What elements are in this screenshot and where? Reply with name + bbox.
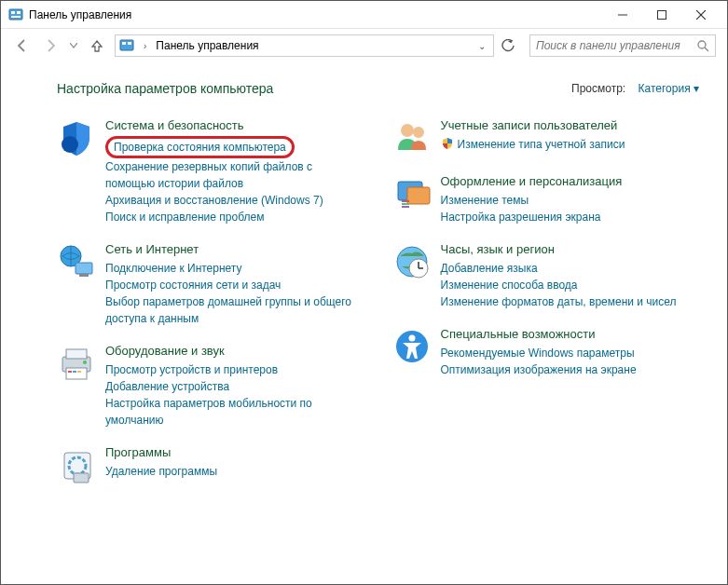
svg-rect-0: [9, 9, 22, 20]
category-link[interactable]: Просмотр устройств и принтеров: [105, 361, 364, 378]
svg-rect-31: [402, 200, 409, 202]
chevron-right-icon[interactable]: ›: [140, 41, 150, 51]
globe-network-icon: [57, 242, 96, 281]
category-ease: Специальные возможности Рекомендуемые Wi…: [392, 327, 700, 378]
control-panel-icon: [119, 38, 134, 53]
content-area: Настройка параметров компьютера Просмотр…: [1, 62, 727, 520]
svg-point-11: [698, 41, 706, 48]
search-input[interactable]: [536, 39, 696, 52]
svg-rect-5: [658, 10, 666, 19]
category-title[interactable]: Специальные возможности: [441, 327, 700, 343]
category-link[interactable]: Проверка состояния компьютера: [114, 139, 286, 156]
category-link[interactable]: Выбор параметров домашней группы и общег…: [105, 293, 364, 327]
svg-rect-8: [120, 40, 133, 50]
svg-rect-16: [79, 274, 89, 277]
category-link[interactable]: Добавление языка: [441, 260, 700, 277]
category-accounts: Учетные записи пользователей Изменение т…: [392, 118, 700, 157]
category-hardware: Оборудование и звук Просмотр устройств и…: [57, 344, 364, 429]
viewby-label: Просмотр:: [571, 82, 625, 95]
svg-rect-22: [73, 371, 76, 373]
svg-rect-15: [76, 263, 92, 274]
window-title: Панель управления: [29, 8, 613, 21]
category-link[interactable]: Оптимизация изображения на экране: [441, 361, 700, 378]
breadcrumb[interactable]: Панель управления: [156, 39, 469, 52]
category-link[interactable]: Настройка разрешения экрана: [441, 209, 700, 225]
category-title[interactable]: Часы, язык и регион: [441, 242, 700, 258]
category-link[interactable]: Изменение типа учетной записи: [441, 136, 700, 153]
svg-rect-19: [66, 368, 87, 379]
page-title: Настройка параметров компьютера: [57, 81, 273, 96]
svg-rect-2: [17, 11, 21, 14]
control-panel-window: Панель управления: [0, 0, 728, 585]
svg-rect-1: [11, 11, 15, 14]
address-bar[interactable]: › Панель управления ⌄: [115, 34, 494, 57]
refresh-button[interactable]: [501, 39, 522, 52]
viewby: Просмотр: Категория ▾: [571, 82, 699, 95]
chevron-down-icon: ▾: [694, 82, 699, 95]
forward-button[interactable]: [40, 35, 61, 56]
titlebar: Панель управления: [1, 1, 727, 29]
svg-rect-21: [68, 371, 72, 373]
shield-icon: [57, 118, 96, 157]
up-button[interactable]: [87, 35, 107, 56]
svg-point-27: [401, 124, 414, 137]
svg-rect-30: [407, 187, 430, 204]
category-title[interactable]: Оформление и персонализация: [441, 174, 700, 190]
svg-rect-10: [128, 42, 131, 45]
category-title[interactable]: Программы: [105, 445, 364, 461]
programs-icon: [57, 445, 96, 484]
svg-point-28: [413, 127, 424, 138]
svg-point-13: [62, 136, 78, 153]
category-appearance: Оформление и персонализация Изменение те…: [392, 174, 700, 225]
svg-point-20: [83, 361, 87, 364]
minimize-button[interactable]: [613, 6, 632, 24]
svg-rect-3: [11, 16, 21, 18]
category-link[interactable]: Изменение форматов даты, времени и чисел: [441, 293, 700, 310]
svg-rect-33: [402, 206, 409, 208]
viewby-dropdown[interactable]: Категория ▾: [639, 82, 699, 95]
control-panel-icon: [8, 7, 23, 22]
category-link[interactable]: Изменение способа ввода: [441, 277, 700, 293]
users-icon: [392, 118, 432, 157]
category-link[interactable]: Подключение к Интернету: [105, 260, 364, 277]
close-button[interactable]: [692, 6, 710, 24]
svg-rect-18: [66, 349, 87, 359]
category-system: Система и безопасность Проверка состояни…: [57, 118, 364, 225]
category-link[interactable]: Рекомендуемые Windows параметры: [441, 345, 700, 361]
highlight-border: Проверка состояния компьютера: [105, 136, 295, 158]
search-box[interactable]: [529, 34, 716, 57]
maximize-button[interactable]: [652, 6, 671, 24]
search-icon[interactable]: [696, 39, 709, 52]
category-network: Сеть и Интернет Подключение к Интернету …: [57, 242, 364, 327]
category-link[interactable]: Поиск и исправление проблем: [105, 209, 364, 225]
category-clock: Часы, язык и регион Добавление языка Изм…: [392, 242, 700, 310]
svg-rect-23: [77, 371, 81, 373]
category-link[interactable]: Настройка параметров мобильности по умол…: [105, 395, 364, 429]
clock-globe-icon: [392, 242, 432, 281]
category-link[interactable]: Просмотр состояния сети и задач: [105, 277, 364, 293]
svg-line-12: [705, 48, 708, 51]
category-link[interactable]: Добавление устройства: [105, 378, 364, 395]
category-link[interactable]: Сохранение резервных копий файлов с помо…: [105, 158, 364, 192]
category-title[interactable]: Сеть и Интернет: [105, 242, 364, 258]
category-link[interactable]: Удаление программы: [105, 463, 364, 480]
recent-dropdown[interactable]: [68, 35, 79, 56]
svg-rect-26: [74, 473, 89, 483]
ease-of-access-icon: [392, 327, 432, 366]
category-title[interactable]: Система и безопасность: [105, 118, 364, 134]
svg-point-39: [408, 334, 415, 341]
category-title[interactable]: Учетные записи пользователей: [441, 118, 700, 134]
uac-shield-icon: [441, 137, 454, 150]
printer-icon: [57, 344, 96, 383]
category-link[interactable]: Изменение темы: [441, 192, 700, 209]
chevron-down-icon[interactable]: ⌄: [474, 41, 489, 51]
navbar: › Панель управления ⌄: [1, 29, 727, 62]
category-link[interactable]: Архивация и восстановление (Windows 7): [105, 192, 364, 209]
svg-rect-9: [122, 42, 126, 45]
category-programs: Программы Удаление программы: [57, 445, 364, 484]
svg-rect-32: [402, 203, 409, 205]
back-button[interactable]: [12, 35, 33, 56]
category-title[interactable]: Оборудование и звук: [105, 344, 364, 360]
appearance-icon: [392, 174, 432, 213]
